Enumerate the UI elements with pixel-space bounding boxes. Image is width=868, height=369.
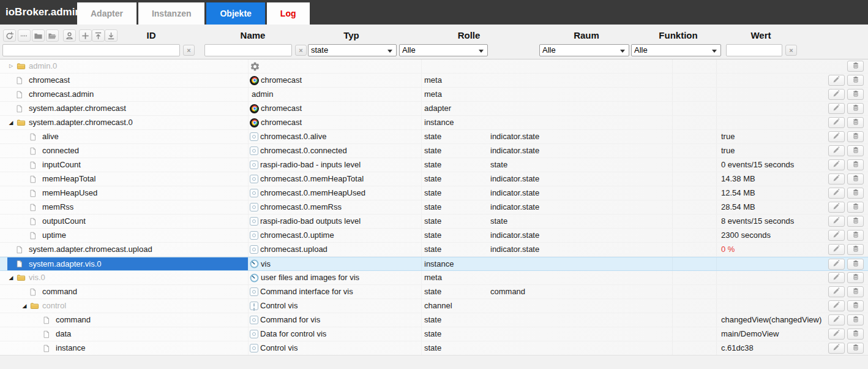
table-row[interactable]: chromecast chromecast meta [0,74,868,88]
wert-filter-input[interactable] [726,44,782,56]
id-cell: system.adapter.vis.0 [0,257,248,270]
rolle-filter-select[interactable]: Alle [399,44,488,56]
edit-button[interactable] [828,202,845,213]
add-button[interactable] [79,29,92,42]
list-button[interactable] [18,29,31,42]
table-row[interactable]: system.adapter.chromecast chromecast ada… [0,102,868,116]
funktion-filter-select[interactable]: Alle [631,44,721,56]
table-row[interactable]: uptime chromecast.0.uptime state indicat… [0,229,868,243]
tab-instanzen[interactable]: Instanzen [138,2,205,25]
delete-button[interactable] [847,216,864,227]
edit-button[interactable] [828,286,845,297]
expand-all-button[interactable] [105,29,118,42]
edit-button[interactable] [828,159,845,170]
delete-button[interactable] [847,159,864,170]
edit-button[interactable] [828,117,845,128]
edit-button[interactable] [828,103,845,114]
delete-button[interactable] [847,61,864,72]
edit-button[interactable] [828,75,845,86]
id-filter-input[interactable] [2,44,180,56]
collapse-all-button[interactable] [92,29,105,42]
tab-adapter[interactable]: Adapter [77,2,137,25]
collapse-all-icon [94,31,103,40]
folder-icon [16,118,26,127]
table-row[interactable]: instance Control vis state c.61dc38 [0,341,868,356]
clear-wert-filter-button[interactable]: × [785,45,797,56]
refresh-button[interactable] [3,29,16,42]
name-filter-input[interactable] [204,44,292,56]
delete-button[interactable] [847,259,864,270]
clear-id-filter-button[interactable]: × [183,45,195,56]
table-row[interactable]: ◢ vis.0 user files and images for vis me… [0,271,868,285]
trash-icon [852,216,859,226]
edit-button[interactable] [828,216,845,227]
table-row[interactable]: inputCount raspi-radio-bad - inputs leve… [0,158,868,172]
expander-icon[interactable]: ◢ [20,299,29,313]
expander-icon[interactable]: ▷ [6,59,16,73]
delete-button[interactable] [847,329,864,340]
edit-button[interactable] [828,173,845,184]
table-row[interactable]: memRss chromecast.0.memRss state indicat… [0,200,868,215]
table-row[interactable]: system.adapter.chromecast.upload chromec… [0,243,868,257]
delete-button[interactable] [847,89,864,100]
edit-button[interactable] [828,343,845,354]
delete-button[interactable] [847,75,864,86]
delete-button[interactable] [847,300,864,311]
object-id: system.adapter.chromecast.upload [29,243,152,256]
raum-filter-select[interactable]: Alle [539,44,629,56]
tab-objekte[interactable]: Objekte [206,2,264,25]
edit-button[interactable] [828,145,845,156]
expander-icon[interactable]: ◢ [6,271,16,284]
table-row[interactable]: system.adapter.vis.0 vis instance [0,257,868,271]
delete-button[interactable] [847,103,864,114]
folder-open-button[interactable] [46,29,59,42]
table-row[interactable]: memHeapTotal chromecast.0.memHeapTotal s… [0,172,868,186]
object-name: chromecast [261,116,302,129]
table-row[interactable]: command Command interface for vis state … [0,285,868,299]
table-row[interactable]: command Command for vis state changedVie… [0,313,868,327]
delete-button[interactable] [847,131,864,142]
edit-button[interactable] [828,329,845,340]
delete-button[interactable] [847,173,864,184]
raum-funktion-cell [672,341,717,355]
delete-button[interactable] [847,145,864,156]
delete-button[interactable] [847,202,864,213]
delete-button[interactable] [847,314,864,325]
edit-button[interactable] [828,300,845,311]
clear-name-filter-button[interactable]: × [295,45,307,56]
delete-button[interactable] [847,343,864,354]
folder-closed-button[interactable] [32,29,45,42]
delete-button[interactable] [847,286,864,297]
pencil-icon [832,188,840,198]
delete-button[interactable] [847,230,864,241]
table-row[interactable]: ◢ system.adapter.chromecast.0 chromecast… [0,116,868,130]
table-row[interactable]: outputCount raspi-radio-bad outputs leve… [0,215,868,229]
table-row[interactable]: data Data for control vis state main/Dem… [0,327,868,341]
table-row[interactable]: alive chromecast.0.alive state indicator… [0,130,868,144]
table-row[interactable]: ▷ admin.0 [0,59,868,74]
file-icon [16,76,26,85]
tab-log[interactable]: Log [267,2,310,25]
edit-button[interactable] [828,131,845,142]
edit-button[interactable] [828,244,845,255]
user-button[interactable] [63,29,76,42]
delete-button[interactable] [847,188,864,199]
edit-button[interactable] [828,188,845,199]
object-id: alive [42,130,59,143]
edit-button[interactable] [828,272,845,283]
edit-button[interactable] [828,230,845,241]
edit-button[interactable] [828,259,845,270]
delete-button[interactable] [847,272,864,283]
edit-button[interactable] [828,89,845,100]
table-row[interactable]: connected chromecast.0.connected state i… [0,144,868,158]
table-row[interactable]: ◢ control Control vis channel [0,299,868,313]
table-row[interactable]: memHeapUsed chromecast.0.memHeapUsed sta… [0,186,868,200]
file-icon [29,287,40,297]
typ-filter-select[interactable]: state [308,44,397,56]
expander-icon[interactable]: ◢ [6,116,16,129]
table-row[interactable]: chromecast.admin admin meta [0,88,868,102]
delete-button[interactable] [847,244,864,255]
edit-button[interactable] [828,314,845,325]
pencil-icon [832,301,840,311]
delete-button[interactable] [847,117,864,128]
